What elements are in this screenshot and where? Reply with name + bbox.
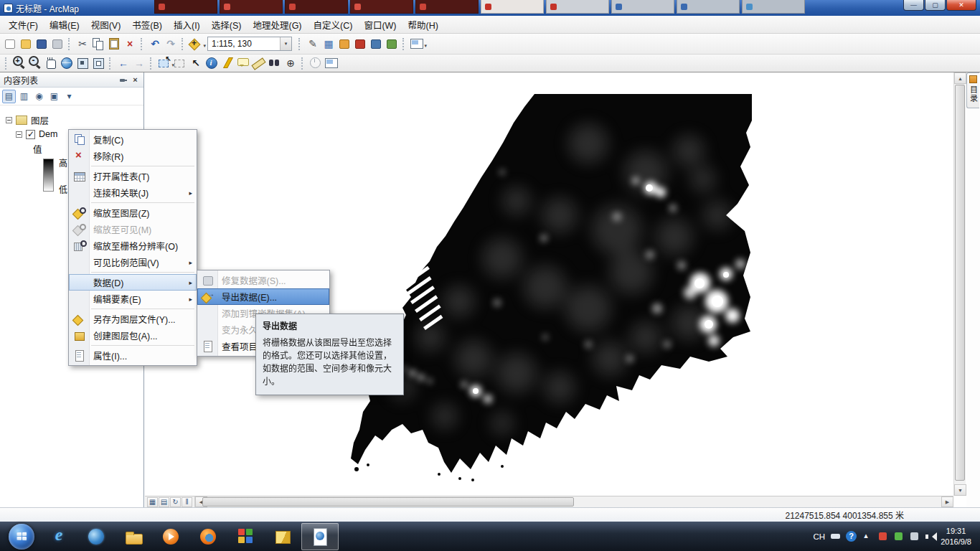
find-icon[interactable] xyxy=(267,55,283,71)
tray-app-red-icon[interactable] xyxy=(877,531,888,542)
html-popup-icon[interactable] xyxy=(235,55,251,71)
toolbar-grip[interactable] xyxy=(301,57,305,70)
undo-icon[interactable]: ↶ xyxy=(147,36,163,52)
copy-icon[interactable] xyxy=(90,36,106,52)
language-indicator[interactable]: CH xyxy=(814,532,826,541)
menu-item-zoom-to-raster-resolution[interactable]: 缩放至栅格分辨率(O) xyxy=(69,237,197,254)
taskbar-clock[interactable]: 19:31 2016/9/8 xyxy=(941,526,971,547)
print-icon[interactable] xyxy=(50,36,65,52)
scroll-right-icon[interactable]: ▶ xyxy=(941,496,953,507)
time-slider-icon[interactable] xyxy=(308,55,324,71)
save-icon[interactable] xyxy=(34,36,50,52)
toolbar-grip[interactable] xyxy=(402,38,406,50)
layer-visibility-checkbox[interactable] xyxy=(26,130,35,139)
attribute-table-icon[interactable]: ▦ xyxy=(321,36,336,52)
collapse-icon[interactable] xyxy=(16,131,22,138)
layout-view-button[interactable]: ▤ xyxy=(159,497,169,507)
yellow-box-app-taskbar-button[interactable] xyxy=(264,523,301,550)
map-horizontal-scrollbar[interactable]: ▦ ▤ ↻ ‖ ◀ ▶ xyxy=(145,496,953,507)
menubar-item[interactable]: 书签(B) xyxy=(126,15,168,34)
toolbar-grip[interactable] xyxy=(150,57,154,70)
menu-item-visible-scale-range[interactable]: 可见比例范围(V)▸ xyxy=(69,254,197,270)
menu-item-zoom-to-layer[interactable]: 缩放至图层(Z) xyxy=(69,204,197,221)
toolbar-grip[interactable] xyxy=(68,38,72,50)
forward-extent-icon[interactable]: → xyxy=(131,55,147,71)
zoom-out-icon[interactable]: - xyxy=(27,55,43,71)
menu-item-save-as-layer-file[interactable]: 另存为图层文件(Y)... xyxy=(69,311,197,327)
catalog-dock-tab[interactable]: 目录 xyxy=(966,72,979,108)
python-window-icon[interactable] xyxy=(368,36,384,52)
menu-item-edit-features[interactable]: 编辑要素(E)▸ xyxy=(69,291,197,307)
arcmap-taskbar-button[interactable] xyxy=(301,523,339,550)
select-features-icon[interactable]: ▾ xyxy=(156,55,172,71)
menubar-item[interactable]: 编辑(E) xyxy=(44,15,85,34)
menubar-item[interactable]: 自定义(C) xyxy=(308,15,359,34)
list-by-visibility-icon[interactable]: ◉ xyxy=(32,90,46,103)
tray-app-green-icon[interactable] xyxy=(893,531,904,542)
menubar-item[interactable]: 选择(S) xyxy=(206,15,248,34)
toolbar-grip[interactable] xyxy=(109,57,113,70)
redo-icon[interactable]: ↷ xyxy=(163,36,179,52)
full-extent-icon[interactable] xyxy=(59,55,75,71)
toolbar-grip[interactable] xyxy=(298,38,302,50)
map-vertical-scrollbar[interactable]: ▲ ▼ xyxy=(953,72,966,496)
pin-icon[interactable] xyxy=(118,75,128,85)
editor-pencil-icon[interactable]: ✎ xyxy=(305,36,321,52)
browser-globe-taskbar-button[interactable] xyxy=(77,523,115,550)
toolbar-grip[interactable] xyxy=(141,38,144,50)
back-extent-icon[interactable]: ← xyxy=(116,55,131,71)
menu-item-remove[interactable]: 移除(R) xyxy=(69,148,197,164)
horizontal-scroll-thumb[interactable] xyxy=(202,497,574,507)
tray-app-gray-icon[interactable] xyxy=(909,531,920,542)
scroll-up-icon[interactable]: ▲ xyxy=(954,72,966,84)
menubar-item[interactable]: 视图(V) xyxy=(85,15,127,34)
menu-item-copy[interactable]: 复制(C) xyxy=(69,131,197,148)
menu-item-export-data[interactable]: 导出数据(E)... xyxy=(197,288,329,305)
windows-explorer-taskbar-button[interactable] xyxy=(115,523,152,550)
paste-icon[interactable] xyxy=(106,36,122,52)
cut-icon[interactable]: ✂ xyxy=(75,36,90,52)
toc-close-icon[interactable]: × xyxy=(131,75,140,85)
hidden-icons-arrow-icon[interactable] xyxy=(862,531,872,542)
toolbar-grip[interactable] xyxy=(5,57,9,70)
colorful-app-taskbar-button[interactable] xyxy=(227,523,264,550)
select-elements-icon[interactable]: ↖ xyxy=(188,55,204,71)
menubar-item[interactable]: 地理处理(G) xyxy=(247,15,307,34)
menubar-item[interactable]: 文件(F) xyxy=(3,15,44,34)
volume-icon[interactable] xyxy=(925,531,936,542)
menu-item-open-attribute-table[interactable]: 打开属性表(T) xyxy=(69,168,197,184)
map-scale-combo[interactable]: 1:115, 130▾ xyxy=(207,37,292,51)
fixed-zoom-out-icon[interactable] xyxy=(90,55,106,71)
measure-icon[interactable] xyxy=(251,55,267,71)
collapse-icon[interactable] xyxy=(6,117,12,123)
refresh-view-button[interactable]: ↻ xyxy=(170,497,181,507)
list-by-selection-icon[interactable]: ▣ xyxy=(47,90,61,103)
create-viewer-window-icon[interactable] xyxy=(324,55,339,71)
identify-icon[interactable] xyxy=(204,55,220,71)
list-by-drawing-order-icon[interactable]: ▤ xyxy=(2,90,16,103)
pause-drawing-button[interactable]: ‖ xyxy=(182,497,192,507)
arctoolbox-icon[interactable] xyxy=(352,36,368,52)
media-player-taskbar-button[interactable] xyxy=(152,523,189,550)
toc-options-icon[interactable]: ▾ xyxy=(62,90,76,103)
start-button[interactable] xyxy=(9,524,34,550)
data-view-button[interactable]: ▦ xyxy=(147,497,158,507)
model-builder-icon[interactable] xyxy=(384,36,400,52)
menu-item-data[interactable]: 数据(D)▸ xyxy=(69,274,197,291)
menu-item-create-layer-package[interactable]: 创建图层包(A)... xyxy=(69,327,197,344)
minimize-button[interactable]: — xyxy=(903,0,924,11)
maximize-button[interactable]: ▢ xyxy=(925,0,946,11)
zoom-in-icon[interactable]: + xyxy=(11,55,27,71)
toolbar-grip[interactable] xyxy=(182,38,185,50)
hyperlink-icon[interactable] xyxy=(220,55,235,71)
new-document-icon[interactable] xyxy=(2,36,18,52)
firefox-taskbar-button[interactable] xyxy=(189,523,227,550)
clear-selection-icon[interactable] xyxy=(172,55,188,71)
menubar-item[interactable]: 插入(I) xyxy=(168,15,206,34)
catalog-window-icon[interactable] xyxy=(336,36,352,52)
scroll-down-icon[interactable]: ▼ xyxy=(954,484,966,496)
menubar-item[interactable]: 帮助(H) xyxy=(402,15,444,34)
combo-dropdown-icon[interactable]: ▾ xyxy=(280,37,291,50)
close-button[interactable]: ✕ xyxy=(946,0,976,11)
vertical-scroll-thumb[interactable] xyxy=(955,85,965,481)
